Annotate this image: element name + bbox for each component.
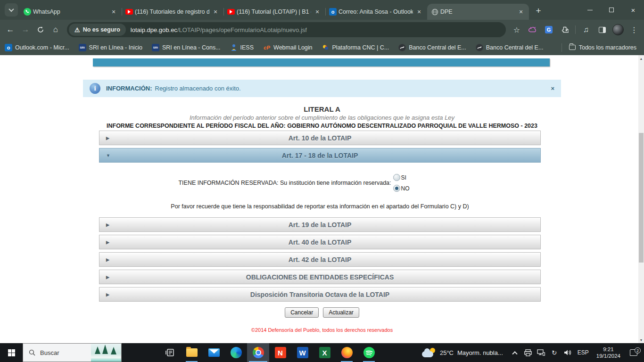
all-bookmarks-button[interactable]: Todos los marcadores	[569, 44, 636, 51]
vertical-scrollbar[interactable]: ▲ ▼	[638, 55, 644, 343]
clock-widget[interactable]: 9:21 19/1/2024	[593, 346, 624, 359]
radio-option-si[interactable]: SI	[393, 174, 410, 181]
excel-icon: X	[319, 347, 330, 358]
bookmark-label: Plataforma CNC | C...	[332, 44, 389, 51]
tab-youtube-1[interactable]: (116) Tutoriales de registro d ×	[122, 4, 223, 20]
bookmark-bce-2[interactable]: Banco Central del E...	[476, 44, 544, 51]
caret-right-icon: ▶	[106, 292, 109, 297]
back-button[interactable]: ←	[3, 22, 18, 37]
alert-close-icon[interactable]: ×	[551, 85, 554, 92]
sri-icon: SRI	[152, 44, 159, 51]
task-view-button[interactable]	[158, 343, 181, 362]
outlook-icon: o	[5, 44, 12, 51]
update-button[interactable]: Actualizar	[323, 307, 359, 318]
taskbar-search-input[interactable]: Buscar	[23, 343, 122, 362]
file-explorer-button[interactable]	[181, 343, 203, 362]
tab-close-icon[interactable]: ×	[415, 8, 423, 16]
tab-title: DPE	[440, 8, 515, 15]
cpanel-icon: cP	[263, 44, 271, 51]
section-art-10[interactable]: ▶Art. 10 de la LOTAIP	[99, 131, 541, 145]
chrome-button-active[interactable]	[247, 343, 269, 362]
bookmark-outlook[interactable]: oOutlook.com - Micr...	[5, 44, 69, 51]
extension-weather-icon[interactable]	[526, 23, 540, 37]
bookmark-bce-1[interactable]: Banco Central del E...	[398, 44, 466, 51]
close-window-button[interactable]: ×	[622, 0, 644, 20]
radio-si-label: SI	[401, 174, 406, 181]
new-tab-button[interactable]: +	[532, 4, 545, 17]
cancel-button[interactable]: Cancelar	[285, 307, 319, 318]
weather-widget[interactable]: 25°C Mayorm. nubla...	[416, 343, 509, 362]
tab-outlook[interactable]: o Correo: Anita Sosa - Outlook ×	[325, 4, 427, 20]
excel-button[interactable]: X	[314, 343, 336, 362]
extensions-puzzle-icon[interactable]	[558, 23, 572, 37]
whatsapp-icon	[24, 8, 31, 16]
forward-button[interactable]: →	[18, 22, 33, 37]
tab-close-icon[interactable]: ×	[517, 8, 525, 16]
tab-dpe-active[interactable]: DPE ×	[427, 4, 529, 20]
firefox-button[interactable]	[336, 343, 358, 362]
menu-dots-icon[interactable]: ⋮	[627, 23, 641, 37]
minimize-icon	[587, 10, 593, 10]
scroll-down-icon[interactable]: ▼	[638, 337, 644, 343]
start-button[interactable]	[0, 343, 23, 362]
address-bar[interactable]: ⚠ No es seguro lotaip.dpe.gob.ec/LOTAIP/…	[67, 22, 506, 37]
scroll-up-icon[interactable]: ▲	[638, 55, 644, 62]
caret-right-icon: ▶	[106, 136, 109, 140]
section-disposicion-transitoria[interactable]: ▶Disposición Transitoria Octava de la LO…	[99, 287, 541, 302]
edge-button[interactable]	[225, 343, 247, 362]
home-button[interactable]: ⌂	[48, 22, 63, 37]
minimize-button[interactable]	[579, 0, 601, 20]
tab-close-icon[interactable]: ×	[211, 8, 220, 16]
section-art-17-18[interactable]: ▼Art. 17 - 18 de la LOTAIP	[99, 148, 541, 163]
url-domain: lotaip.dpe.gob.ec	[131, 26, 177, 33]
radio-si-circle[interactable]	[393, 174, 400, 181]
bookmark-star-icon[interactable]: ☆	[510, 23, 524, 37]
maximize-button[interactable]	[601, 0, 622, 20]
bookmark-label: IESS	[240, 44, 254, 51]
mail-button[interactable]	[203, 343, 225, 362]
search-placeholder: Buscar	[40, 349, 59, 356]
section-label: Art. 42 de la LOTAIP	[289, 256, 352, 263]
section-art-42[interactable]: ▶Art. 42 de la LOTAIP	[99, 252, 541, 267]
printer-icon[interactable]	[522, 343, 534, 362]
network-icon[interactable]	[535, 343, 547, 362]
action-center-button[interactable]: 2	[625, 349, 642, 356]
nitro-pdf-button[interactable]: N	[269, 343, 291, 362]
bookmark-sri-consultas[interactable]: SRISRI en Línea - Cons...	[152, 44, 221, 51]
side-panel-icon[interactable]	[595, 23, 609, 37]
tab-title: (116) Tutorial (LOTAIP) | B1 -	[237, 8, 311, 15]
translate-icon[interactable]: G	[542, 23, 556, 37]
media-controls-icon[interactable]: ♫	[579, 23, 593, 37]
search-highlight-image	[91, 344, 121, 362]
browser-tab-bar: WhatsApp × (116) Tutoriales de registro …	[0, 0, 644, 20]
security-chip[interactable]: ⚠ No es seguro	[69, 24, 126, 36]
word-button[interactable]: W	[291, 343, 314, 362]
radio-no-circle-selected[interactable]	[393, 185, 400, 192]
tray-chevron-up-icon[interactable]	[509, 343, 521, 362]
bookmark-iess[interactable]: IESS	[230, 44, 254, 51]
tab-search-button[interactable]	[5, 3, 18, 16]
tab-close-icon[interactable]: ×	[313, 8, 322, 16]
tab-title: (116) Tutoriales de registro d	[135, 8, 209, 15]
reload-button[interactable]	[33, 22, 48, 37]
mail-icon	[208, 348, 220, 357]
bookmark-sri-inicio[interactable]: SRISRI en Línea - Inicio	[79, 44, 142, 51]
spotify-button[interactable]	[358, 343, 380, 362]
bookmark-cnc[interactable]: Plataforma CNC | C...	[322, 44, 389, 51]
search-icon	[29, 349, 35, 356]
scrollbar-thumb[interactable]	[639, 133, 644, 263]
bookmark-label: Outlook.com - Micr...	[15, 44, 69, 51]
tab-close-icon[interactable]: ×	[109, 8, 118, 16]
section-art-19[interactable]: ▶Art. 19 de la LOTAIP	[99, 217, 541, 232]
bookmark-webmail[interactable]: cPWebmail Login	[263, 44, 312, 51]
radio-option-no[interactable]: NO	[393, 185, 410, 192]
tab-youtube-2[interactable]: (116) Tutorial (LOTAIP) | B1 - ×	[223, 4, 325, 20]
profile-avatar[interactable]	[611, 23, 625, 37]
tab-whatsapp[interactable]: WhatsApp ×	[20, 4, 122, 20]
sync-icon[interactable]: ↻	[548, 343, 561, 362]
volume-icon[interactable]	[561, 343, 574, 362]
section-art-40[interactable]: ▶Art. 40 de la LOTAIP	[99, 235, 541, 249]
toolbar-icons: ☆ G ♫ ⋮	[510, 23, 641, 37]
section-obligaciones[interactable]: ▶OBLIGACIONES DE ENTIDADES ESPECÍFICAS	[99, 270, 541, 284]
language-indicator[interactable]: ESP	[575, 349, 592, 356]
